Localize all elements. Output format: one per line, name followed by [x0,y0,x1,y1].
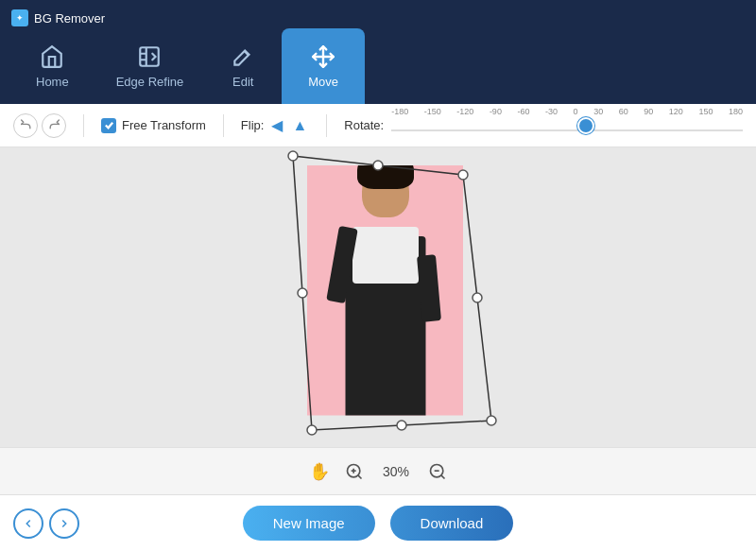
tab-home[interactable]: Home [9,28,95,104]
redo-button[interactable] [42,113,66,138]
edge-refine-icon [137,44,162,69]
free-transform-label: Free Transform [122,118,206,132]
free-transform-checkbox[interactable] [101,118,116,133]
rotate-slider[interactable]: -180-150-120-90-60-300306090120150180 [391,114,743,137]
flip-horizontal-button[interactable]: ◀ [269,114,284,136]
tab-move[interactable]: Move [282,28,365,104]
svg-point-5 [307,425,317,435]
svg-marker-1 [293,156,491,430]
download-button[interactable]: Download [390,506,514,541]
flip-vertical-button[interactable]: ▲ [290,115,309,136]
zoom-out-button[interactable] [428,462,447,481]
app-logo: ✦ [11,9,28,26]
svg-point-7 [472,293,482,302]
move-icon [311,44,335,69]
svg-point-6 [373,161,383,170]
svg-line-15 [441,474,445,478]
svg-point-3 [458,170,468,180]
nav-tabs: Home Edge Refine Edit Move [0,26,365,104]
edit-icon [231,44,255,69]
new-image-button[interactable]: New Image [243,506,375,541]
toolbar: Free Transform Flip: ◀ ▲ Rotate: -180-15… [0,104,756,147]
tab-edge-refine[interactable]: Edge Refine [95,28,205,104]
bottom-actions: New Image Download [0,494,756,551]
svg-point-4 [487,416,496,425]
hand-tool-button[interactable]: ✋ [309,461,330,482]
zoom-value: 30% [379,464,413,479]
undo-button[interactable] [13,113,38,138]
svg-line-11 [358,474,362,478]
canvas-area [0,147,756,447]
flip-label: Flip: [241,118,265,132]
svg-point-8 [397,421,406,430]
rotate-label: Rotate: [344,118,384,132]
zoom-in-button[interactable] [345,462,364,481]
app-title: ✦ BG Remover [11,9,105,26]
zoom-toolbar: ✋ 30% [0,447,756,494]
svg-point-9 [298,288,307,298]
tab-edit[interactable]: Edit [204,28,282,104]
home-icon [40,44,64,69]
transform-overlay [236,147,520,447]
next-button[interactable] [49,508,79,539]
svg-point-2 [288,151,298,161]
prev-button[interactable] [13,508,43,539]
